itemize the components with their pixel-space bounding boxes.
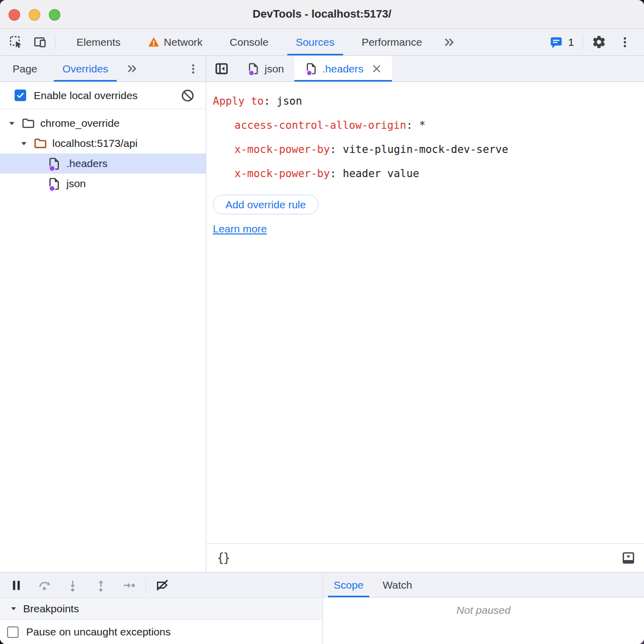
step-icon xyxy=(122,579,136,592)
collapse-arrow-icon xyxy=(10,605,17,612)
debugger-strip: Breakpoints Pause on uncaught exceptions… xyxy=(0,572,644,644)
pause-on-uncaught-row: Pause on uncaught exceptions xyxy=(0,620,323,644)
scope-watch-tabs: Scope Watch xyxy=(323,573,644,598)
tab-console[interactable]: Console xyxy=(216,29,282,55)
folder-icon xyxy=(21,116,35,130)
tab-overrides[interactable]: Overrides xyxy=(50,56,121,82)
pause-on-uncaught-label: Pause on uncaught exceptions xyxy=(26,626,171,638)
pause-on-uncaught-checkbox[interactable] xyxy=(7,626,19,638)
step-over-icon xyxy=(38,579,51,592)
more-navigator-tabs-button[interactable] xyxy=(121,56,143,82)
add-override-rule-button[interactable]: Add override rule xyxy=(213,195,318,214)
override-file-icon xyxy=(47,156,61,171)
double-chevron-right-icon xyxy=(126,62,138,75)
enable-overrides-label: Enable local overrides xyxy=(34,90,138,102)
step-out-icon xyxy=(94,579,108,592)
override-folder-icon xyxy=(33,136,47,150)
tab-scope[interactable]: Scope xyxy=(324,573,373,597)
tab-performance[interactable]: Performance xyxy=(348,29,436,55)
device-toolbar-icon xyxy=(33,35,47,49)
header-rule-line[interactable]: x-mock-power-by:vite-plugin-mock-dev-ser… xyxy=(213,137,644,162)
tab-network[interactable]: Network xyxy=(134,29,216,55)
header-rule-line[interactable]: x-mock-power-by:header value xyxy=(213,162,644,186)
pretty-print-button[interactable]: {} xyxy=(217,551,229,565)
issues-count: 1 xyxy=(568,36,574,48)
step-button[interactable] xyxy=(115,573,143,598)
settings-button[interactable] xyxy=(586,29,612,55)
toolbar-separator xyxy=(583,35,583,50)
debugger-status-text: Not paused xyxy=(323,598,644,644)
titlebar: DevTools - localhost:5173/ xyxy=(0,0,644,29)
devtools-menu-button[interactable] xyxy=(612,29,638,55)
step-over-button[interactable] xyxy=(30,573,58,598)
breakpoints-section-header[interactable]: Breakpoints xyxy=(0,598,323,620)
gear-icon xyxy=(592,35,606,49)
panel-tabs: Elements Network Console Sources xyxy=(63,29,463,55)
minimize-window-button[interactable] xyxy=(29,9,40,21)
editor-status-bar: {} xyxy=(206,543,644,572)
tab-sources[interactable]: Sources xyxy=(282,29,348,55)
inspect-cursor-icon xyxy=(9,35,23,49)
pause-script-button[interactable] xyxy=(2,573,30,598)
override-file-icon xyxy=(247,62,260,75)
override-file-icon xyxy=(47,177,61,191)
inspect-element-button[interactable] xyxy=(4,29,28,55)
toolbar-separator xyxy=(55,35,55,50)
deactivate-breakpoints-icon xyxy=(155,578,170,592)
toggle-navigator-sidebar-button[interactable] xyxy=(206,56,236,82)
step-out-button[interactable] xyxy=(87,573,115,598)
tree-folder-localhost-api[interactable]: localhost:5173/api xyxy=(0,133,206,153)
override-file-icon xyxy=(304,62,318,75)
editor-tab-json[interactable]: json xyxy=(236,56,294,82)
tree-file-headers[interactable]: .headers xyxy=(0,153,206,174)
tab-watch[interactable]: Watch xyxy=(373,573,422,597)
step-into-icon xyxy=(66,579,79,592)
close-window-button[interactable] xyxy=(9,9,20,21)
devtools-window: DevTools - localhost:5173/ xyxy=(0,0,644,644)
debugger-controls-pane: Breakpoints Pause on uncaught exceptions xyxy=(0,573,323,644)
navigator-tabs: Page Overrides xyxy=(0,56,206,82)
expand-arrow-icon xyxy=(8,120,16,127)
devtools-toolbar: Elements Network Console Sources xyxy=(0,29,644,56)
editor-tab-bar: json .headers xyxy=(206,56,644,82)
kebab-menu-icon xyxy=(618,36,631,49)
apply-to-line: Apply to:json xyxy=(213,89,644,113)
debugger-toolbar xyxy=(0,573,323,598)
zoom-window-button[interactable] xyxy=(49,9,60,21)
toolbar-separator xyxy=(145,578,146,593)
toggle-drawer-icon[interactable] xyxy=(621,551,635,565)
clear-overrides-icon[interactable] xyxy=(181,89,195,103)
pause-icon xyxy=(10,579,23,592)
device-toolbar-button[interactable] xyxy=(28,29,52,55)
message-bubble-icon xyxy=(549,36,563,49)
overrides-file-tree: chrome_override localhost:5173/api xyxy=(0,109,206,572)
navigator-menu-button[interactable] xyxy=(181,56,206,82)
deactivate-breakpoints-button[interactable] xyxy=(148,573,177,598)
step-into-button[interactable] xyxy=(58,573,87,598)
tab-elements[interactable]: Elements xyxy=(63,29,134,55)
scope-watch-pane: Scope Watch Not paused xyxy=(323,573,644,644)
sources-navigator-sidebar: Page Overrides xyxy=(0,56,206,572)
collapse-sidebar-icon xyxy=(214,61,229,76)
more-panels-button[interactable] xyxy=(436,29,463,55)
enable-overrides-checkbox[interactable] xyxy=(15,90,26,101)
headers-override-editor: Apply to:json access-control-allow-origi… xyxy=(206,82,644,543)
sources-panel: Page Overrides xyxy=(0,56,644,572)
breakpoints-label: Breakpoints xyxy=(23,603,79,615)
editor-pane: json .headers xyxy=(206,56,644,572)
window-title: DevTools - localhost:5173/ xyxy=(253,8,391,21)
double-chevron-right-icon xyxy=(443,36,456,49)
editor-tab-headers[interactable]: .headers xyxy=(294,56,392,82)
issues-counter-button[interactable]: 1 xyxy=(543,36,580,49)
warning-icon xyxy=(148,37,159,47)
tree-file-json[interactable]: json xyxy=(0,174,206,194)
tab-page[interactable]: Page xyxy=(0,56,50,82)
tree-folder-chrome-override[interactable]: chrome_override xyxy=(0,113,206,133)
learn-more-link[interactable]: Learn more xyxy=(213,223,267,235)
kebab-menu-icon xyxy=(187,63,199,75)
close-tab-icon[interactable] xyxy=(371,63,382,74)
header-rule-line[interactable]: access-control-allow-origin:* xyxy=(213,113,644,137)
enable-overrides-row: Enable local overrides xyxy=(0,82,206,109)
expand-arrow-icon xyxy=(20,140,28,147)
traffic-lights xyxy=(9,9,60,21)
